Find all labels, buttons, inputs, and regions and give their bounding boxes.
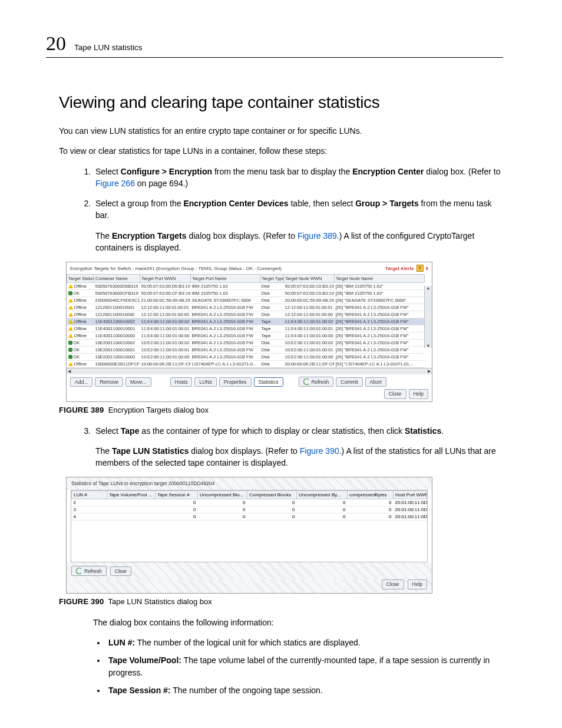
- step-2: Select a group from the Encryption Cente…: [93, 197, 503, 253]
- table-row[interactable]: 30000020:01:00:11:0D:D4...: [72, 506, 427, 513]
- dialog-title: Statistics of Tape LUNs in encryption ta…: [67, 477, 432, 490]
- table-row[interactable]: 40000020:01:00:11:0D:D4...: [72, 513, 427, 521]
- warning-icon: [68, 334, 73, 338]
- statistics-button[interactable]: Statistics: [254, 377, 283, 387]
- abort-button[interactable]: Abort: [365, 377, 386, 387]
- dialog-bottom-row: Close Help: [67, 579, 432, 592]
- table-row[interactable]: 20000020:01:00:11:0D:D4...: [72, 499, 427, 506]
- warning-icon: [68, 327, 73, 331]
- close-button[interactable]: Close: [384, 389, 406, 398]
- help-button[interactable]: Help: [409, 389, 428, 398]
- warning-icon: [68, 319, 73, 324]
- clear-button[interactable]: Clear: [110, 566, 131, 576]
- table-header-row: LUN # Tape Volume/Pool ... Tape Session …: [72, 491, 427, 499]
- table-row[interactable]: OK10E200110001000110:E2:00:11:00:01:00:0…: [67, 347, 425, 354]
- close-button[interactable]: Close: [382, 579, 404, 589]
- warning-icon: !: [416, 265, 424, 272]
- properties-button[interactable]: Properties: [219, 377, 252, 387]
- chapter-title: Tape LUN statistics: [74, 43, 143, 52]
- warning-icon: [68, 305, 73, 309]
- step-3: Select Tape as the container of type for…: [93, 425, 503, 469]
- move-button[interactable]: Move...: [125, 377, 151, 387]
- step-3-sub: The Tape LUN Statistics dialog box displ…: [95, 445, 503, 469]
- section-heading: Viewing and clearing tape container stat…: [59, 93, 503, 112]
- table-row[interactable]: Offline121200110001000012:12:00:11:00:01…: [67, 311, 425, 318]
- figure-389-link[interactable]: Figure 389: [297, 231, 337, 241]
- hosts-button[interactable]: Hosts: [170, 377, 193, 387]
- steps-list-continued: Select Tape as the container of type for…: [59, 425, 503, 469]
- ok-icon: [68, 355, 72, 359]
- figure-390-caption: FIGURE 390 Tape LUN Statistics dialog bo…: [59, 597, 503, 606]
- step-2-sub: The Encryption Targets dialog box displa…: [95, 230, 503, 254]
- table-row[interactable]: OK10E200110001000010:E2:00:11:00:01:00:0…: [67, 354, 425, 361]
- dialog-button-row: Refresh Clear: [67, 562, 432, 579]
- horizontal-scrollbar[interactable]: ◀▶: [67, 368, 432, 374]
- refresh-icon: [76, 568, 82, 574]
- list-item: Tape Session #: The number of the ongoin…: [106, 684, 503, 696]
- warning-icon: [68, 284, 73, 288]
- table-row[interactable]: Offline10000000E2B11DFCF10:00:00:06:2B:1…: [67, 361, 425, 368]
- ok-icon: [68, 291, 72, 295]
- ok-icon: [68, 348, 72, 352]
- list-item: LUN #: The number of the logical unit fo…: [106, 637, 503, 648]
- dialog-button-row: Add... Remove Move... Hosts LUNs Propert…: [67, 374, 432, 389]
- ok-icon: [68, 341, 72, 345]
- vertical-scrollbar[interactable]: ▲▼: [424, 286, 432, 348]
- dialog-bottom-row: Close Help: [67, 389, 432, 401]
- table-row[interactable]: Offline121200110001000112:12:00:11:00:01…: [67, 304, 425, 311]
- table-row[interactable]: Offline220000040CF9DE5C121:00:00:0C:50:6…: [67, 297, 425, 304]
- intro-paragraph-1: You can view LUN statistics for an entir…: [59, 125, 503, 137]
- table-row[interactable]: Offline11E400110001000111:E4:00:11:00:01…: [67, 325, 425, 332]
- luns-button[interactable]: LUNs: [194, 377, 216, 387]
- lun-stats-table[interactable]: LUN # Tape Volume/Pool ... Tape Session …: [71, 490, 427, 521]
- warning-icon: [68, 298, 73, 302]
- commit-button[interactable]: Commit: [336, 377, 362, 387]
- tape-lun-statistics-dialog: Statistics of Tape LUNs in encryption ta…: [66, 477, 432, 593]
- remove-button[interactable]: Remove: [95, 377, 123, 387]
- table-row[interactable]: OK50050763000CFB31950:05:07:63:00:CF:B3:…: [67, 290, 425, 297]
- refresh-icon: [303, 378, 310, 385]
- figure-390-link[interactable]: Figure 390: [300, 446, 339, 456]
- targets-table[interactable]: Target Status Container Name Target Port…: [67, 274, 425, 368]
- list-item: Tape Volume/Pool: The tape volume label …: [106, 654, 503, 678]
- add-button[interactable]: Add...: [70, 377, 92, 387]
- warning-icon: [68, 312, 73, 317]
- table-row[interactable]: Offline50050763000D0B31950:05:07:63:00:D…: [67, 283, 425, 290]
- help-button[interactable]: Help: [408, 579, 427, 589]
- refresh-button[interactable]: Refresh: [71, 566, 107, 576]
- refresh-button[interactable]: Refresh: [299, 377, 334, 387]
- steps-list: Select Configure > Encryption from the m…: [59, 166, 503, 254]
- chapter-number: 20: [46, 32, 66, 55]
- figure-389-caption: FIGURE 389 Encryption Targets dialog box: [59, 406, 503, 414]
- table-row[interactable]: Offline11E400110001000011:E4:00:11:00:01…: [67, 332, 425, 340]
- figure-266-link[interactable]: Figure 266: [95, 179, 135, 188]
- dialog-title: Encryption Targets for Switch - mace241 …: [70, 266, 282, 271]
- info-bullet-list: LUN #: The number of the logical unit fo…: [59, 637, 503, 696]
- encryption-targets-dialog: Encryption Targets for Switch - mace241 …: [66, 262, 432, 401]
- intro-paragraph-2: To view or clear statistics for tape LUN…: [59, 145, 503, 157]
- page-header: 20 Tape LUN statistics: [46, 32, 503, 58]
- target-alerts[interactable]: Target Alerts ! 9: [385, 265, 428, 272]
- table-row[interactable]: OK10E200110001000210:E2:00:11:00:01:00:0…: [67, 340, 425, 347]
- warning-icon: [68, 362, 73, 366]
- after-figure-text: The dialog box contains the following in…: [93, 617, 503, 628]
- table-row[interactable]: Offline11E400110001000211:E4:00:11:00:01…: [67, 318, 425, 325]
- table-header-row: Target Status Container Name Target Port…: [67, 275, 425, 283]
- step-1: Select Configure > Encryption from the m…: [93, 166, 503, 190]
